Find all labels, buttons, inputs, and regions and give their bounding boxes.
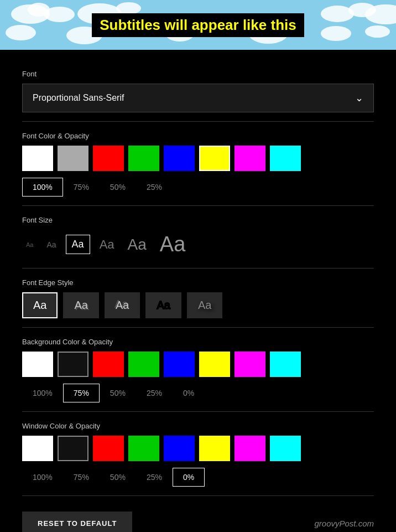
win-opacity-75[interactable]: 75% — [63, 468, 100, 487]
divider-edge-style — [22, 327, 374, 328]
font-color-cyan[interactable] — [270, 146, 301, 171]
font-size-row: Aa Aa Aa Aa Aa Aa — [22, 230, 374, 259]
edge-style-raised[interactable]: Aa — [63, 292, 98, 318]
edge-style-dropshadow[interactable]: Aa — [187, 292, 222, 318]
bg-opacity-50[interactable]: 50% — [100, 384, 136, 402]
window-color-swatches — [22, 436, 374, 461]
font-opacity-row: 100% 75% 50% 25% — [22, 178, 374, 197]
bg-opacity-75[interactable]: 75% — [63, 384, 100, 402]
font-edge-row: Aa Aa Aa Aa Aa — [22, 292, 374, 318]
edge-style-uniform[interactable]: Aa — [145, 292, 181, 318]
font-selected-value: Proportional Sans-Serif — [33, 93, 124, 103]
edge-style-depressed[interactable]: Aa — [105, 292, 140, 318]
divider-font-size — [22, 268, 374, 268]
bg-color-white[interactable] — [22, 352, 53, 377]
bg-color-magenta[interactable] — [235, 352, 265, 377]
divider-font — [22, 121, 374, 122]
bg-opacity-0[interactable]: 0% — [173, 384, 205, 402]
font-size-5[interactable]: Aa — [124, 233, 150, 256]
font-label: Font — [22, 70, 374, 78]
font-color-blue[interactable] — [164, 146, 195, 171]
font-opacity-100[interactable]: 100% — [22, 178, 63, 197]
font-size-label: Font Size — [22, 216, 374, 224]
bg-color-blue[interactable] — [164, 352, 195, 377]
font-size-2[interactable]: Aa — [43, 237, 60, 252]
win-color-red[interactable] — [93, 436, 124, 461]
font-size-1[interactable]: Aa — [22, 239, 37, 251]
font-opacity-50[interactable]: 50% — [100, 178, 136, 197]
font-color-swatches — [22, 146, 374, 171]
preview-banner: Subtitles will appear like this — [0, 0, 396, 50]
chevron-down-icon: ⌄ — [355, 92, 363, 104]
font-color-yellow[interactable] — [199, 146, 230, 171]
font-size-3[interactable]: Aa — [66, 235, 90, 254]
win-opacity-row: 100% 75% 50% 25% 0% — [22, 468, 374, 487]
bg-color-cyan[interactable] — [270, 352, 301, 377]
font-color-gray[interactable] — [58, 146, 88, 171]
win-opacity-50[interactable]: 50% — [100, 468, 136, 487]
win-color-gray[interactable] — [58, 436, 88, 461]
win-color-green[interactable] — [128, 436, 159, 461]
bg-color-yellow[interactable] — [199, 352, 230, 377]
win-color-blue[interactable] — [164, 436, 195, 461]
bg-opacity-25[interactable]: 25% — [136, 384, 173, 402]
settings-panel: Font Proportional Sans-Serif ⌄ Font Colo… — [0, 50, 396, 532]
win-opacity-25[interactable]: 25% — [136, 468, 173, 487]
bg-color-gray[interactable] — [58, 352, 88, 377]
font-edge-label: Font Edge Style — [22, 278, 374, 287]
win-color-white[interactable] — [22, 436, 53, 461]
reset-button[interactable]: RESET TO DEFAULT — [22, 512, 132, 532]
divider-bg-color — [22, 411, 374, 412]
font-opacity-25[interactable]: 25% — [136, 178, 173, 197]
bg-opacity-100[interactable]: 100% — [22, 384, 63, 402]
font-color-magenta[interactable] — [235, 146, 265, 171]
font-color-label: Font Color & Opacity — [22, 132, 374, 140]
bg-opacity-row: 100% 75% 50% 25% 0% — [22, 384, 374, 402]
win-color-yellow[interactable] — [199, 436, 230, 461]
font-opacity-75[interactable]: 75% — [63, 178, 100, 197]
divider-window — [22, 495, 374, 496]
divider-font-color — [22, 205, 374, 206]
reset-section: RESET TO DEFAULT groovyPost.com — [22, 512, 374, 532]
win-opacity-100[interactable]: 100% — [22, 468, 63, 487]
font-size-4[interactable]: Aa — [96, 235, 118, 255]
win-opacity-0[interactable]: 0% — [173, 468, 205, 487]
edge-style-none[interactable]: Aa — [22, 292, 58, 318]
preview-text: Subtitles will appear like this — [92, 13, 304, 37]
font-dropdown[interactable]: Proportional Sans-Serif ⌄ — [22, 84, 374, 112]
bg-color-green[interactable] — [128, 352, 159, 377]
font-color-white[interactable] — [22, 146, 53, 171]
win-color-cyan[interactable] — [270, 436, 301, 461]
win-color-magenta[interactable] — [235, 436, 265, 461]
bg-color-swatches — [22, 352, 374, 377]
branding: groovyPost.com — [314, 519, 374, 528]
window-color-label: Window Color & Opacity — [22, 422, 374, 430]
bg-color-red[interactable] — [93, 352, 124, 377]
bg-color-label: Background Color & Opacity — [22, 338, 374, 346]
font-color-green[interactable] — [128, 146, 159, 171]
font-size-6[interactable]: Aa — [156, 230, 189, 259]
font-color-red[interactable] — [93, 146, 124, 171]
